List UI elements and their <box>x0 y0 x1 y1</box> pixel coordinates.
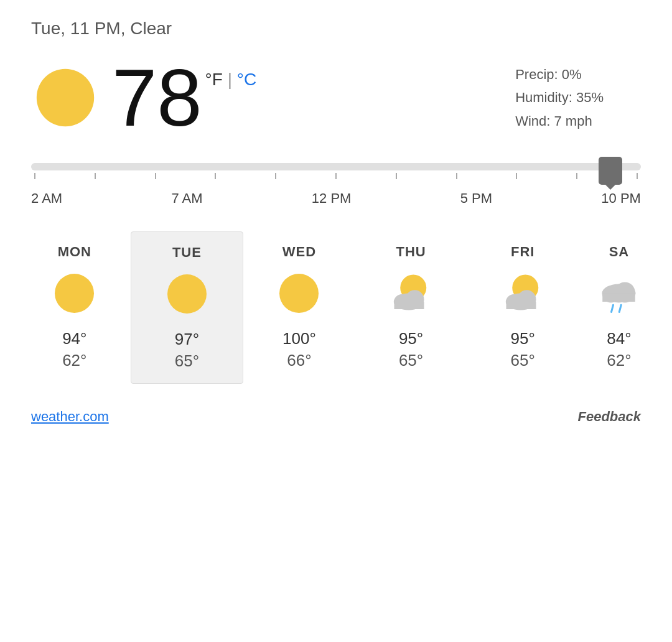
rain-icon-sat <box>595 270 642 317</box>
svg-line-18 <box>612 305 614 312</box>
day-high-tue: 97° <box>175 330 199 349</box>
svg-point-1 <box>55 274 94 313</box>
temp-display: 78 °F | °C <box>112 57 256 138</box>
weekly-forecast: MON 94° 62° TUE 97° 65° WED <box>0 213 672 396</box>
svg-rect-13 <box>506 302 536 309</box>
time-labels: 2 AM 7 AM 12 PM 5 PM 10 PM <box>0 190 672 207</box>
weather-details: Precip: 0% Humidity: 35% Wind: 7 mph <box>515 63 641 133</box>
day-name-sat: SA <box>609 244 630 260</box>
day-low-tue: 65° <box>175 351 199 371</box>
day-high-mon: 94° <box>62 329 86 348</box>
svg-rect-17 <box>603 294 636 302</box>
slider-thumb[interactable] <box>599 157 622 185</box>
time-label-2am: 2 AM <box>31 190 62 207</box>
unit-separator: | <box>223 70 237 89</box>
day-high-thu: 95° <box>399 329 423 348</box>
footer: weather.com Feedback <box>0 396 672 444</box>
slider-track[interactable] <box>31 163 641 170</box>
sun-icon-tue <box>164 271 210 317</box>
time-label-7am: 7 AM <box>171 190 202 207</box>
unit-celsius[interactable]: °C <box>237 70 256 89</box>
main-weather: 78 °F | °C Precip: 0% Humidity: 35% Wind… <box>0 45 672 144</box>
day-name-thu: THU <box>396 244 426 260</box>
precip-label: Precip: 0% <box>515 63 604 86</box>
sun-icon-wed <box>276 270 322 317</box>
time-label-12pm: 12 PM <box>312 190 352 207</box>
temperature-value: 78 <box>112 57 202 138</box>
partly-cloudy-icon-fri <box>500 270 546 317</box>
sun-icon-mon <box>51 270 98 317</box>
day-name-tue: TUE <box>172 244 202 261</box>
day-low-wed: 66° <box>287 351 311 370</box>
day-low-thu: 65° <box>399 351 423 370</box>
top-bar: Tue, 11 PM, Clear <box>0 0 672 45</box>
svg-point-0 <box>37 69 94 126</box>
unit-fahrenheit[interactable]: °F <box>205 70 223 89</box>
svg-point-2 <box>167 274 207 314</box>
day-low-mon: 62° <box>62 351 86 370</box>
slider-section <box>0 144 672 185</box>
partly-cloudy-icon-thu <box>388 270 434 317</box>
day-name-mon: MON <box>58 244 91 260</box>
day-low-sat: 62° <box>607 351 631 370</box>
humidity-label: Humidity: 35% <box>515 86 604 109</box>
svg-point-3 <box>279 274 319 313</box>
day-card-wed[interactable]: WED 100° 66° <box>243 231 355 384</box>
day-card-fri[interactable]: FRI 95° 65° <box>467 231 579 384</box>
day-low-fri: 65° <box>511 351 535 370</box>
svg-rect-8 <box>394 302 424 309</box>
day-card-mon[interactable]: MON 94° 62° <box>19 231 131 384</box>
time-label-5pm: 5 PM <box>460 190 492 207</box>
day-card-thu[interactable]: THU 95° 65° <box>355 231 467 384</box>
day-high-wed: 100° <box>282 329 316 348</box>
day-name-wed: WED <box>282 244 316 260</box>
day-card-sat[interactable]: SA 84° 62° <box>579 231 660 384</box>
svg-line-19 <box>620 305 622 312</box>
day-high-sat: 84° <box>607 329 631 348</box>
weather-link[interactable]: weather.com <box>31 409 109 425</box>
date-time-label: Tue, 11 PM, Clear <box>31 19 172 38</box>
day-name-fri: FRI <box>511 244 534 260</box>
day-card-tue[interactable]: TUE 97° 65° <box>131 231 244 384</box>
time-label-10pm: 10 PM <box>601 190 641 207</box>
day-high-fri: 95° <box>511 329 535 348</box>
wind-label: Wind: 7 mph <box>515 109 604 133</box>
sun-icon <box>31 63 100 132</box>
feedback-link[interactable]: Feedback <box>578 409 642 425</box>
